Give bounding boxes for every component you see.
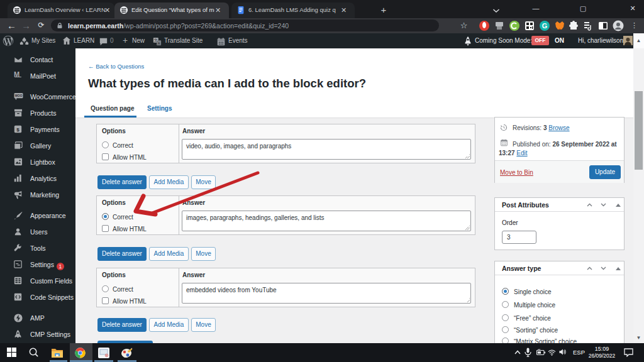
svg-text:$: $ <box>16 127 19 133</box>
svg-text:G: G <box>542 22 548 30</box>
svg-text:WOO: WOO <box>15 94 23 97</box>
svg-text:A: A <box>158 41 160 45</box>
